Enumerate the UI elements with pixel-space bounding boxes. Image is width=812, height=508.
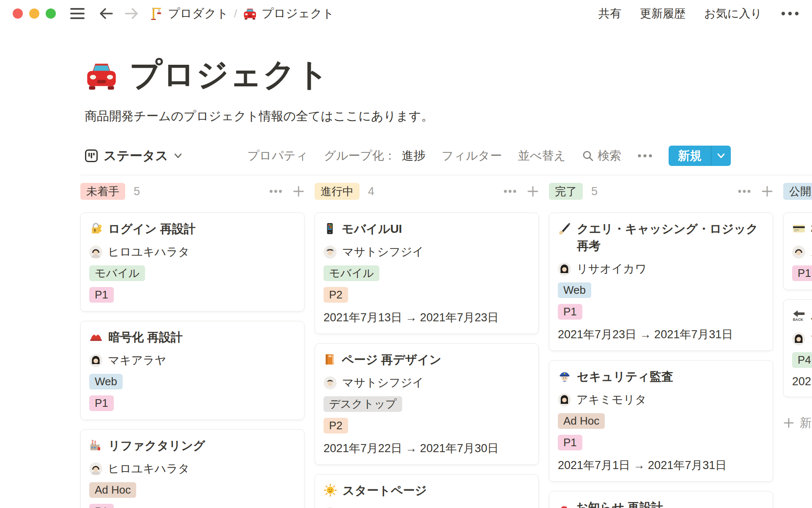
- updates-button[interactable]: 更新履歴: [640, 6, 686, 21]
- card-login-redesign[interactable]: ログイン 再設計 ヒロユキハラタ モバイル P1: [80, 213, 304, 312]
- column-more-icon[interactable]: [738, 189, 751, 193]
- status-badge[interactable]: 進行中: [315, 183, 359, 200]
- card-title: ページ 再デザイン: [342, 351, 442, 368]
- credit-card-icon: [792, 222, 806, 235]
- view-name: ステータス: [104, 147, 168, 165]
- platform-tag: Ad Hoc: [89, 482, 136, 498]
- column-add-icon[interactable]: [527, 185, 539, 197]
- avatar: [89, 354, 102, 367]
- card-title: 暗号化 再設計: [108, 329, 183, 346]
- card-start-page[interactable]: スタートページ マサトシフジイ: [315, 474, 539, 508]
- breadcrumb-item-product[interactable]: プロダクト: [150, 6, 228, 22]
- minimize-window-button[interactable]: [29, 8, 39, 19]
- column-header: 未着手 5: [80, 183, 304, 200]
- breadcrumb-label: プロダクト: [168, 6, 228, 22]
- sidebar-menu-icon[interactable]: [70, 8, 85, 19]
- status-badge[interactable]: 完了: [549, 183, 583, 200]
- date-range: 2021: [792, 375, 812, 388]
- priority-tag: P2: [324, 287, 348, 303]
- search-icon: [582, 150, 594, 162]
- platform-tag: モバイル: [89, 265, 145, 281]
- page-description: 商品開発チームのプロジェクト情報の全てはここにあります。: [85, 108, 812, 125]
- card-mobile-ui[interactable]: モバイルUI マサトシフジイ モバイル P2 2021年7月13日 → 2021…: [315, 213, 539, 334]
- card-page-redesign[interactable]: ページ 再デザイン マサトシフジイ デスクトップ P2 2021年7月22日 →…: [315, 343, 539, 465]
- board-view-icon: [85, 149, 98, 163]
- date-range: 2021年7月13日 → 2021年7月23日: [324, 310, 530, 325]
- card-title: お知らせ 再設計: [576, 499, 663, 508]
- share-button[interactable]: 共有: [598, 6, 621, 21]
- favorites-button[interactable]: お気に入り: [704, 6, 762, 21]
- macos-traffic-lights: [13, 8, 56, 19]
- card-partial-1[interactable]: 検 ス P1: [783, 213, 812, 290]
- priority-tag: P1: [558, 304, 582, 320]
- factory-icon: [89, 439, 103, 452]
- breadcrumb-item-project[interactable]: プロジェクト: [243, 6, 335, 22]
- zoom-window-button[interactable]: [46, 8, 56, 19]
- card-title: クエリ・キャッシング・ロジック再考: [577, 221, 764, 254]
- avatar: [324, 376, 337, 389]
- view-switcher[interactable]: ステータス: [85, 147, 182, 165]
- date-range: 2021年7月1日 → 2021年7月31日: [558, 458, 764, 473]
- group-by-label: グループ化：: [324, 148, 396, 164]
- new-button[interactable]: 新規: [669, 146, 731, 166]
- sort-button[interactable]: 並べ替え: [518, 148, 566, 164]
- assignee-name: マサトシフジイ: [342, 375, 424, 390]
- status-badge[interactable]: 未着手: [80, 183, 125, 200]
- card-title: リファクタリング: [108, 437, 205, 454]
- toolbar-more-icon[interactable]: [637, 154, 653, 158]
- column-add-icon[interactable]: [761, 185, 773, 197]
- date-range: 2021年7月22日 → 2021年7月30日: [324, 441, 530, 456]
- card-announcement-redesign[interactable]: お知らせ 再設計: [549, 491, 773, 508]
- avatar: [792, 246, 805, 259]
- close-window-button[interactable]: [13, 8, 23, 19]
- board-column-in-progress: 進行中 4 モバイルUI マサトシフジイ モバイル P2 2021年7月: [315, 183, 539, 508]
- assignee-row: ヒロユキハラタ: [89, 244, 296, 260]
- assignee-row: アキミモリタ: [558, 392, 764, 407]
- column-header: 公開: [783, 183, 812, 200]
- status-badge[interactable]: 公開: [783, 183, 812, 200]
- plus-icon: [783, 417, 794, 428]
- back-arrow-icon[interactable]: [99, 7, 113, 20]
- priority-tag: P1: [792, 265, 812, 281]
- mobile-phone-icon: [324, 222, 336, 235]
- column-header: 進行中 4: [315, 183, 539, 200]
- writing-hand-icon: [558, 222, 571, 235]
- red-car-icon: [243, 7, 257, 20]
- platform-tag: モバイル: [324, 265, 379, 281]
- new-button-caret[interactable]: [711, 146, 731, 166]
- search-button[interactable]: 検索: [582, 148, 621, 164]
- priority-tag: P1: [89, 395, 114, 411]
- group-by-button[interactable]: グループ化： 進捗: [324, 148, 425, 164]
- column-more-icon[interactable]: [503, 189, 517, 193]
- card-query-caching-logic[interactable]: クエリ・キャッシング・ロジック再考 リサオイカワ Web P1 2021年7月2…: [549, 213, 773, 351]
- date-range: 2021年7月23日 → 2021年7月31日: [558, 327, 764, 342]
- page-title: プロジェクト: [129, 53, 329, 97]
- forward-arrow-icon[interactable]: [124, 7, 139, 20]
- priority-tag: P1: [89, 504, 114, 508]
- page-header: プロジェクト 商品開発チームのプロジェクト情報の全てはここにあります。: [85, 53, 812, 125]
- card-refactoring[interactable]: リファクタリング ヒロユキハラタ Ad Hoc P1: [80, 429, 304, 508]
- platform-tag: Web: [89, 374, 123, 389]
- card-security-audit[interactable]: セキュリティ監査 アキミモリタ Ad Hoc P1 2021年7月1日 → 20…: [549, 360, 773, 482]
- more-options-icon[interactable]: [781, 11, 799, 16]
- card-partial-2[interactable]: BACK パ マ P4 2021: [783, 299, 812, 397]
- properties-button[interactable]: プロパティ: [247, 148, 308, 164]
- police-officer-icon: [558, 370, 571, 383]
- search-label: 検索: [598, 148, 621, 164]
- rescue-helmet-icon: [89, 330, 103, 344]
- red-car-page-icon[interactable]: [85, 59, 118, 91]
- card-encryption-redesign[interactable]: 暗号化 再設計 マキアラヤ Web P1: [80, 321, 304, 420]
- column-more-icon[interactable]: [269, 189, 283, 193]
- board-column-done: 完了 5 クエリ・キャッシング・ロジック再考 リサオイカワ Web P1: [549, 183, 773, 508]
- filter-button[interactable]: フィルター: [442, 148, 502, 164]
- assignee-name: ヒロユキハラタ: [108, 244, 189, 260]
- new-button-label[interactable]: 新規: [669, 146, 711, 166]
- card-title: セキュリティ監査: [577, 368, 673, 385]
- column-add-icon[interactable]: [293, 185, 304, 197]
- card-title: スタートページ: [343, 482, 427, 499]
- add-card-button[interactable]: 新規: [783, 415, 812, 431]
- assignee-row: ヒロユキハラタ: [89, 461, 296, 476]
- assignee-row: マ: [792, 331, 812, 346]
- breadcrumb-separator: /: [234, 7, 237, 20]
- column-count: 4: [368, 185, 374, 198]
